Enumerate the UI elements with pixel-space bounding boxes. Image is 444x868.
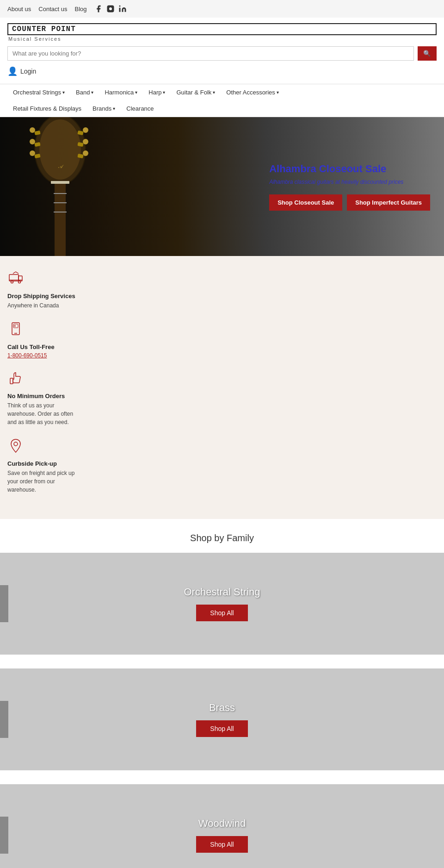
family-card-woodwind: Woodwind Shop All [0,784,444,868]
chevron-down-icon: ▾ [213,90,215,95]
logo[interactable]: COUNTER POINT [7,23,437,35]
side-bar-orchestral [0,585,8,622]
nav-harp[interactable]: Harp ▾ [143,84,171,100]
svg-rect-19 [54,193,67,194]
curbside-title: Curbside Pick-up [7,460,437,467]
side-bar-woodwind [0,817,8,854]
login-area[interactable]: 👤 Login [7,64,437,78]
linkedin-icon[interactable] [118,5,127,15]
login-label[interactable]: Login [20,68,36,75]
drop-shipping-title: Drop Shipping Services [7,293,437,300]
svg-point-36 [14,442,18,446]
svg-point-26 [11,281,13,283]
logo-subtitle: Musical Services [8,36,437,42]
nav-clearance[interactable]: Clearance [121,100,159,117]
contact-us-link[interactable]: Contact us [38,6,67,12]
nav-guitar-folk[interactable]: Guitar & Folk ▾ [171,84,221,100]
nav-other-accessories[interactable]: Other Accessories ▾ [221,84,284,100]
hero-banner: 𝒜 Alhambra Closeout Sale Alhambra classi… [0,117,444,256]
hero-buttons: Shop Closeout Sale Shop Imperfect Guitar… [269,194,430,211]
family-card-woodwind-inner: Woodwind Shop All [196,818,247,853]
svg-rect-18 [55,184,66,256]
no-min-text: Think of us as your warehouse. Order as … [7,401,81,426]
info-item-no-min: No Minimum Orders Think of us as your wa… [7,370,437,426]
nav-orchestral-strings[interactable]: Orchestral Strings ▾ [7,84,70,100]
info-item-drop-shipping: Drop Shipping Services Anywhere in Canad… [7,270,437,310]
svg-point-10 [30,150,35,156]
blog-link[interactable]: Blog [74,6,86,12]
shop-all-brass-button[interactable]: Shop All [196,720,247,737]
shop-all-woodwind-button[interactable]: Shop All [196,836,247,853]
chevron-down-icon: ▾ [62,90,65,95]
family-card-orchestral: Orchestral String Shop All [0,553,444,655]
drop-shipping-icon [7,270,26,290]
chevron-down-icon: ▾ [91,90,93,95]
shop-all-orchestral-button[interactable]: Shop All [196,605,247,621]
location-pin-icon [7,437,26,457]
shop-imperfect-guitars-button[interactable]: Shop Imperfect Guitars [347,194,430,211]
nav-band[interactable]: Band ▾ [70,84,99,100]
svg-line-28 [13,272,16,274]
svg-rect-35 [10,378,13,384]
user-icon: 👤 [7,66,18,76]
chevron-down-icon: ▾ [113,106,115,111]
instagram-icon[interactable] [106,5,115,15]
phone-link[interactable]: 1-800-690-0515 [7,352,437,359]
facebook-icon[interactable] [94,5,103,15]
no-min-title: No Minimum Orders [7,393,437,400]
svg-rect-21 [54,212,67,212]
chevron-down-icon: ▾ [135,90,137,95]
social-icons [94,5,127,15]
primary-nav: Orchestral Strings ▾ Band ▾ Harmonica ▾ … [0,84,444,117]
info-item-call-us: Call Us Toll-Free 1-800-690-0515 [7,321,437,359]
chevron-down-icon: ▾ [163,90,165,95]
nav-harmonica[interactable]: Harmonica ▾ [99,84,143,100]
search-bar: 🔍 [7,46,437,61]
family-card-woodwind-title: Woodwind [198,818,246,830]
hero-title: Alhambra Closeout Sale [269,163,430,175]
side-bar-brass [0,701,8,738]
thumbs-up-icon [7,370,26,390]
svg-point-6 [30,127,35,133]
info-section: Drop Shipping Services Anywhere in Canad… [0,256,444,519]
svg-point-8 [30,139,35,144]
top-bar: About us Contact us Blog [0,0,444,18]
phone-icon [7,321,26,341]
family-card-brass-title: Brass [209,702,235,714]
family-card-orchestral-title: Orchestral String [184,586,260,598]
shop-closeout-sale-button[interactable]: Shop Closeout Sale [269,194,342,211]
shop-family-section: Shop by Family Orchestral String Shop Al… [0,519,444,868]
nav-brands[interactable]: Brands ▾ [87,100,121,117]
nav-row-1: Orchestral Strings ▾ Band ▾ Harmonica ▾ … [7,84,437,100]
logo-area: COUNTER POINT Musical Services [7,23,437,42]
nav-retail-fixtures[interactable]: Retail Fixtures & Displays [7,100,87,117]
svg-rect-17 [51,181,69,184]
family-card-orchestral-inner: Orchestral String Shop All [184,586,260,621]
search-input[interactable] [7,46,414,61]
hero-content: Alhambra Closeout Sale Alhambra classica… [255,154,444,220]
info-item-curbside: Curbside Pick-up Save on freight and pic… [7,437,437,494]
shop-family-title: Shop by Family [0,533,444,543]
svg-point-12 [83,127,88,133]
guitar-headstock-image: 𝒜 [9,117,111,256]
svg-rect-20 [54,202,67,203]
drop-shipping-text: Anywhere in Canada [7,301,81,310]
spacer-1 [0,655,444,668]
svg-point-27 [18,281,21,283]
about-us-link[interactable]: About us [7,6,31,12]
header: COUNTER POINT Musical Services 🔍 👤 Login [0,18,444,84]
spacer-2 [0,770,444,784]
svg-point-4 [39,119,81,180]
svg-point-16 [83,150,88,156]
svg-rect-30 [12,323,19,335]
chevron-down-icon: ▾ [277,90,279,95]
family-card-brass: Brass Shop All [0,668,444,770]
call-us-title: Call Us Toll-Free [7,343,437,350]
svg-point-14 [83,139,88,144]
svg-rect-31 [13,324,18,328]
svg-point-2 [119,6,120,7]
hero-subtitle: Alhambra classical guitars at heavily di… [269,179,430,185]
search-button[interactable]: 🔍 [418,46,437,61]
svg-line-29 [16,272,18,274]
search-icon: 🔍 [423,50,431,57]
